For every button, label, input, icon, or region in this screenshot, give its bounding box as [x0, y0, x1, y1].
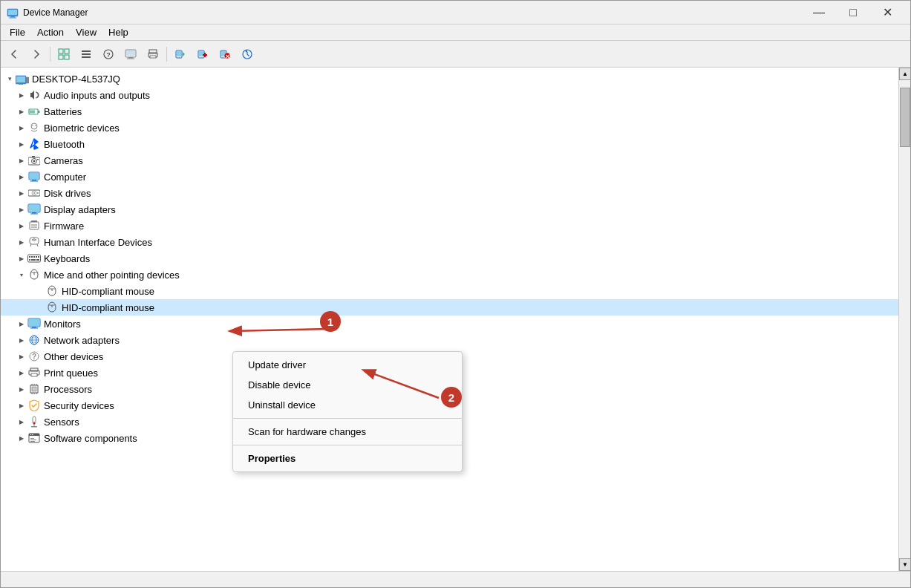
tree-item-bluetooth[interactable]: ▶ Bluetooth: [1, 136, 898, 152]
audio-toggle[interactable]: ▶: [16, 89, 27, 101]
other-label: Other devices: [44, 351, 103, 362]
svg-rect-61: [29, 205, 39, 212]
tree-item-hid[interactable]: ▶ Human Interface Devices: [1, 234, 898, 250]
bluetooth-toggle[interactable]: ▶: [16, 138, 27, 150]
keyboards-label: Keyboards: [44, 253, 90, 264]
cameras-toggle[interactable]: ▶: [16, 154, 27, 166]
svg-rect-75: [29, 256, 30, 258]
print-button[interactable]: [143, 44, 163, 65]
minimize-button[interactable]: —: [802, 1, 836, 24]
svg-rect-1: [8, 10, 17, 15]
svg-rect-15: [128, 57, 133, 59]
menu-file[interactable]: File: [4, 25, 31, 39]
biometric-toggle[interactable]: ▶: [16, 122, 27, 134]
ctx-disable-device[interactable]: Disable device: [233, 375, 462, 395]
bluetooth-label: Bluetooth: [44, 139, 85, 150]
print-toggle[interactable]: ▶: [16, 367, 27, 379]
computer-toggle[interactable]: ▶: [16, 171, 27, 183]
svg-rect-36: [19, 84, 23, 85]
monitors-toggle[interactable]: ▶: [16, 318, 27, 330]
firmware-toggle[interactable]: ▶: [16, 220, 27, 232]
display-toggle[interactable]: ▶: [16, 203, 27, 215]
root-toggle[interactable]: ▾: [4, 73, 16, 85]
svg-rect-39: [38, 111, 40, 113]
hid-label: Human Interface Devices: [44, 237, 152, 248]
svg-rect-51: [37, 159, 39, 160]
tree-item-mice[interactable]: ▾ Mice and other pointing devices: [1, 267, 898, 283]
hid-toggle[interactable]: ▶: [16, 236, 27, 248]
device-toggle-button[interactable]: [120, 44, 141, 65]
scroll-up-button[interactable]: ▲: [899, 68, 910, 80]
tree-item-network[interactable]: ▶ Network adapters: [1, 332, 898, 348]
disk-toggle[interactable]: ▶: [16, 187, 27, 199]
add-device-button[interactable]: [192, 44, 213, 65]
ctx-update-driver[interactable]: Update driver: [233, 355, 462, 375]
svg-rect-90: [29, 319, 39, 326]
scroll-track[interactable]: [899, 80, 910, 558]
tree-root[interactable]: ▾ DESKTOP-4L537JQ: [1, 71, 898, 87]
processors-icon: [27, 382, 41, 396]
sensors-toggle[interactable]: ▶: [16, 416, 27, 428]
svg-rect-54: [32, 180, 36, 181]
svg-rect-120: [30, 440, 36, 440]
window-title: Device Manager: [23, 7, 802, 18]
menu-view[interactable]: View: [70, 25, 102, 39]
disk-icon: [27, 186, 41, 200]
help-button[interactable]: ?: [98, 44, 119, 65]
ctx-properties[interactable]: Properties: [233, 448, 462, 468]
svg-rect-121: [30, 441, 35, 442]
menu-action[interactable]: Action: [31, 25, 70, 39]
remove-device-button[interactable]: ✕: [215, 44, 235, 65]
tree-item-display[interactable]: ▶ Display adapters: [1, 201, 898, 218]
tree-item-keyboards[interactable]: ▶ Keyboards: [1, 250, 898, 267]
device-manager-view-button[interactable]: [53, 44, 74, 65]
svg-rect-79: [38, 256, 39, 258]
tree-item-disk[interactable]: ▶ Disk drives: [1, 185, 898, 201]
processors-label: Processors: [44, 384, 92, 395]
svg-rect-50: [32, 156, 35, 157]
software-toggle[interactable]: ▶: [16, 432, 27, 444]
mice-toggle[interactable]: ▾: [16, 269, 27, 281]
forward-button[interactable]: [26, 44, 47, 65]
tree-item-hid-mouse-2[interactable]: HID-compliant mouse: [1, 299, 898, 316]
network-toggle[interactable]: ▶: [16, 334, 27, 346]
close-button[interactable]: ✕: [870, 1, 904, 24]
tree-item-hid-mouse-1[interactable]: HID-compliant mouse: [1, 283, 898, 299]
svg-point-42: [32, 125, 33, 126]
hid-mouse-2-toggle: [33, 301, 45, 313]
ctx-scan-changes[interactable]: Scan for hardware changes: [233, 422, 462, 442]
scroll-down-button[interactable]: ▼: [899, 558, 910, 571]
annotation-badge-2: 2: [441, 387, 462, 408]
print-label: Print queues: [44, 368, 98, 379]
batteries-toggle[interactable]: ▶: [16, 105, 27, 117]
maximize-button[interactable]: □: [836, 1, 870, 24]
processors-toggle[interactable]: ▶: [16, 383, 27, 395]
other-toggle[interactable]: ▶: [16, 350, 27, 362]
tree-item-cameras[interactable]: ▶ Cameras: [1, 152, 898, 169]
scroll-thumb[interactable]: [900, 88, 910, 147]
toolbar: ?: [1, 41, 910, 68]
keyboards-toggle[interactable]: ▶: [16, 252, 27, 264]
tree-item-audio[interactable]: ▶ Audio inputs and outputs: [1, 87, 898, 103]
svg-rect-6: [59, 55, 63, 59]
svg-rect-114: [31, 426, 37, 428]
tree-item-batteries[interactable]: ▶ Batteries: [1, 103, 898, 120]
svg-rect-77: [33, 256, 35, 258]
update-driver-button[interactable]: [237, 44, 258, 65]
svg-rect-7: [65, 55, 69, 59]
back-button[interactable]: [4, 44, 25, 65]
tree-item-firmware[interactable]: ▶ Firmware: [1, 218, 898, 234]
mice-label: Mice and other pointing devices: [44, 270, 180, 281]
svg-point-59: [37, 192, 39, 194]
scan-changes-button[interactable]: [170, 44, 191, 65]
ctx-uninstall-device[interactable]: Uninstall device: [233, 395, 462, 415]
tree-item-biometric[interactable]: ▶ Biometric devices: [1, 120, 898, 136]
vertical-scrollbar[interactable]: ▲ ▼: [898, 68, 910, 571]
tree-item-computer[interactable]: ▶ Computer: [1, 169, 898, 185]
list-view-button[interactable]: [76, 44, 97, 65]
security-toggle[interactable]: ▶: [16, 399, 27, 411]
svg-marker-22: [183, 52, 185, 56]
tree-item-monitors[interactable]: ▶ Monitors: [1, 316, 898, 332]
tree-view[interactable]: ▾ DESKTOP-4L537JQ ▶: [1, 68, 898, 571]
menu-help[interactable]: Help: [102, 25, 134, 39]
